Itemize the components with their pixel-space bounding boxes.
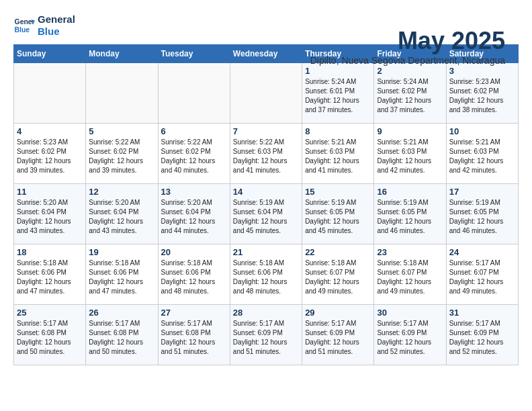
location-title: Dipilto, Nueva Segovia Department, Nicar…	[310, 55, 505, 66]
day-info: Sunrise: 5:24 AM Sunset: 6:02 PM Dayligh…	[377, 77, 443, 115]
calendar-cell: 9Sunrise: 5:21 AM Sunset: 6:03 PM Daylig…	[374, 124, 446, 184]
calendar-cell: 3Sunrise: 5:23 AM Sunset: 6:02 PM Daylig…	[446, 63, 518, 124]
day-number: 26	[89, 308, 154, 318]
calendar-cell: 4Sunrise: 5:23 AM Sunset: 6:02 PM Daylig…	[14, 124, 86, 184]
day-info: Sunrise: 5:22 AM Sunset: 6:02 PM Dayligh…	[161, 138, 227, 175]
day-number: 23	[377, 247, 443, 257]
calendar-cell: 23Sunrise: 5:18 AM Sunset: 6:07 PM Dayli…	[374, 244, 446, 305]
day-info: Sunrise: 5:17 AM Sunset: 6:08 PM Dayligh…	[89, 319, 154, 357]
calendar-cell: 21Sunrise: 5:18 AM Sunset: 6:06 PM Dayli…	[230, 244, 302, 305]
logo-blue: Blue	[38, 26, 75, 38]
day-number: 13	[161, 187, 227, 197]
day-number: 15	[305, 187, 371, 197]
calendar-cell: 6Sunrise: 5:22 AM Sunset: 6:02 PM Daylig…	[158, 124, 230, 184]
day-info: Sunrise: 5:21 AM Sunset: 6:03 PM Dayligh…	[377, 138, 443, 175]
day-number: 11	[17, 187, 83, 197]
calendar-cell: 13Sunrise: 5:20 AM Sunset: 6:04 PM Dayli…	[158, 184, 230, 244]
calendar-cell: 2Sunrise: 5:24 AM Sunset: 6:02 PM Daylig…	[374, 63, 446, 124]
title-area: May 2025 Dipilto, Nueva Segovia Departme…	[310, 27, 505, 66]
calendar-cell: 19Sunrise: 5:18 AM Sunset: 6:06 PM Dayli…	[86, 244, 158, 305]
day-number: 28	[233, 308, 299, 318]
calendar-cell	[230, 63, 302, 124]
calendar-body: 1Sunrise: 5:24 AM Sunset: 6:01 PM Daylig…	[14, 63, 519, 365]
calendar-cell	[158, 63, 230, 124]
logo-general: General	[38, 13, 75, 26]
day-number: 29	[305, 308, 371, 318]
day-info: Sunrise: 5:19 AM Sunset: 6:04 PM Dayligh…	[233, 198, 299, 236]
calendar-cell: 29Sunrise: 5:17 AM Sunset: 6:09 PM Dayli…	[302, 305, 374, 365]
day-info: Sunrise: 5:17 AM Sunset: 6:08 PM Dayligh…	[17, 319, 83, 357]
day-info: Sunrise: 5:18 AM Sunset: 6:07 PM Dayligh…	[377, 259, 443, 296]
day-number: 17	[449, 187, 515, 197]
day-info: Sunrise: 5:19 AM Sunset: 6:05 PM Dayligh…	[377, 198, 443, 236]
day-number: 10	[449, 126, 515, 136]
day-number: 8	[305, 126, 371, 136]
calendar-cell	[86, 63, 158, 124]
calendar-cell: 31Sunrise: 5:17 AM Sunset: 6:09 PM Dayli…	[446, 305, 518, 365]
day-number: 30	[377, 308, 443, 318]
calendar-cell: 14Sunrise: 5:19 AM Sunset: 6:04 PM Dayli…	[230, 184, 302, 244]
calendar-cell: 18Sunrise: 5:18 AM Sunset: 6:06 PM Dayli…	[14, 244, 86, 305]
day-number: 20	[161, 247, 227, 257]
day-info: Sunrise: 5:17 AM Sunset: 6:09 PM Dayligh…	[233, 319, 299, 357]
day-info: Sunrise: 5:18 AM Sunset: 6:06 PM Dayligh…	[17, 259, 83, 296]
header-cell-wednesday: Wednesday	[230, 45, 302, 63]
day-number: 14	[233, 187, 299, 197]
calendar-week-5: 25Sunrise: 5:17 AM Sunset: 6:08 PM Dayli…	[14, 305, 519, 365]
day-number: 2	[377, 66, 443, 76]
day-info: Sunrise: 5:17 AM Sunset: 6:09 PM Dayligh…	[449, 319, 515, 357]
day-info: Sunrise: 5:22 AM Sunset: 6:02 PM Dayligh…	[89, 138, 154, 175]
day-info: Sunrise: 5:22 AM Sunset: 6:03 PM Dayligh…	[233, 138, 299, 175]
calendar-cell: 22Sunrise: 5:18 AM Sunset: 6:07 PM Dayli…	[302, 244, 374, 305]
day-number: 22	[305, 247, 371, 257]
day-info: Sunrise: 5:20 AM Sunset: 6:04 PM Dayligh…	[161, 198, 227, 236]
calendar-cell: 16Sunrise: 5:19 AM Sunset: 6:05 PM Dayli…	[374, 184, 446, 244]
calendar-cell: 15Sunrise: 5:19 AM Sunset: 6:05 PM Dayli…	[302, 184, 374, 244]
calendar-cell: 12Sunrise: 5:20 AM Sunset: 6:04 PM Dayli…	[86, 184, 158, 244]
calendar-cell: 7Sunrise: 5:22 AM Sunset: 6:03 PM Daylig…	[230, 124, 302, 184]
day-number: 16	[377, 187, 443, 197]
day-info: Sunrise: 5:20 AM Sunset: 6:04 PM Dayligh…	[17, 198, 83, 236]
day-number: 12	[89, 187, 154, 197]
day-number: 1	[305, 66, 371, 76]
calendar-cell	[14, 63, 86, 124]
day-info: Sunrise: 5:18 AM Sunset: 6:06 PM Dayligh…	[233, 259, 299, 296]
calendar-cell: 11Sunrise: 5:20 AM Sunset: 6:04 PM Dayli…	[14, 184, 86, 244]
day-info: Sunrise: 5:18 AM Sunset: 6:06 PM Dayligh…	[161, 259, 227, 296]
day-info: Sunrise: 5:17 AM Sunset: 6:07 PM Dayligh…	[449, 259, 515, 296]
header-cell-monday: Monday	[86, 45, 158, 63]
day-number: 4	[17, 126, 83, 136]
day-info: Sunrise: 5:17 AM Sunset: 6:09 PM Dayligh…	[305, 319, 371, 357]
day-number: 31	[449, 308, 515, 318]
calendar-cell: 17Sunrise: 5:19 AM Sunset: 6:05 PM Dayli…	[446, 184, 518, 244]
day-number: 18	[17, 247, 83, 257]
day-info: Sunrise: 5:19 AM Sunset: 6:05 PM Dayligh…	[449, 198, 515, 236]
day-info: Sunrise: 5:19 AM Sunset: 6:05 PM Dayligh…	[305, 198, 371, 236]
calendar-cell: 20Sunrise: 5:18 AM Sunset: 6:06 PM Dayli…	[158, 244, 230, 305]
day-number: 9	[377, 126, 443, 136]
day-info: Sunrise: 5:23 AM Sunset: 6:02 PM Dayligh…	[17, 138, 83, 175]
calendar-cell: 30Sunrise: 5:17 AM Sunset: 6:09 PM Dayli…	[374, 305, 446, 365]
calendar-week-3: 11Sunrise: 5:20 AM Sunset: 6:04 PM Dayli…	[14, 184, 519, 244]
day-number: 24	[449, 247, 515, 257]
top-section: General Blue General Blue May 2025 Dipil…	[13, 13, 519, 38]
calendar-week-1: 1Sunrise: 5:24 AM Sunset: 6:01 PM Daylig…	[14, 63, 519, 124]
day-number: 21	[233, 247, 299, 257]
day-info: Sunrise: 5:21 AM Sunset: 6:03 PM Dayligh…	[305, 138, 371, 175]
calendar-cell: 8Sunrise: 5:21 AM Sunset: 6:03 PM Daylig…	[302, 124, 374, 184]
header-cell-sunday: Sunday	[14, 45, 86, 63]
calendar-cell: 26Sunrise: 5:17 AM Sunset: 6:08 PM Dayli…	[86, 305, 158, 365]
calendar-cell: 25Sunrise: 5:17 AM Sunset: 6:08 PM Dayli…	[14, 305, 86, 365]
day-info: Sunrise: 5:17 AM Sunset: 6:08 PM Dayligh…	[161, 319, 227, 357]
day-number: 25	[17, 308, 83, 318]
day-info: Sunrise: 5:17 AM Sunset: 6:09 PM Dayligh…	[377, 319, 443, 357]
day-info: Sunrise: 5:23 AM Sunset: 6:02 PM Dayligh…	[449, 77, 515, 115]
calendar-cell: 27Sunrise: 5:17 AM Sunset: 6:08 PM Dayli…	[158, 305, 230, 365]
calendar-cell: 28Sunrise: 5:17 AM Sunset: 6:09 PM Dayli…	[230, 305, 302, 365]
calendar-cell: 10Sunrise: 5:21 AM Sunset: 6:03 PM Dayli…	[446, 124, 518, 184]
calendar-week-2: 4Sunrise: 5:23 AM Sunset: 6:02 PM Daylig…	[14, 124, 519, 184]
day-number: 6	[161, 126, 227, 136]
logo-icon: General Blue	[13, 15, 35, 36]
day-number: 19	[89, 247, 154, 257]
day-info: Sunrise: 5:24 AM Sunset: 6:01 PM Dayligh…	[305, 77, 371, 115]
